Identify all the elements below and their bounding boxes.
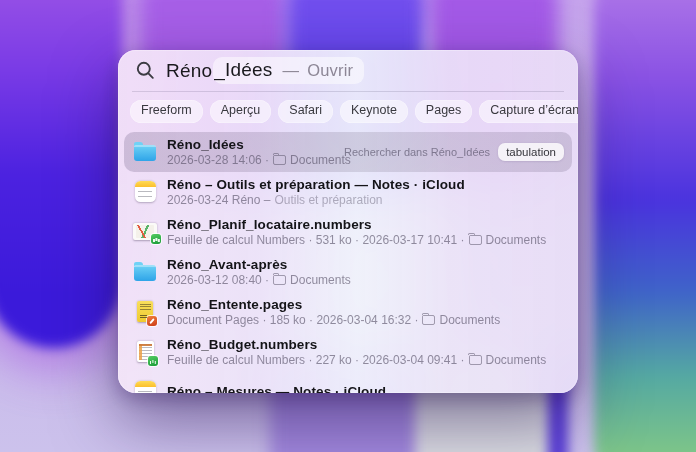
result-title: Réno – Outils et préparation — Notes · i… xyxy=(167,177,465,192)
wallpaper-shape xyxy=(0,0,122,348)
filter-chip-freeform[interactable]: Freeform xyxy=(130,100,203,123)
folder-mini-icon xyxy=(273,275,286,285)
folder-mini-icon xyxy=(422,315,435,325)
filter-chip-pages[interactable]: Pages xyxy=(415,100,472,123)
folder-mini-icon xyxy=(469,355,482,365)
tab-key-badge: tabulation xyxy=(498,143,564,161)
result-row[interactable]: Réno_Budget.numbers Feuille de calcul Nu… xyxy=(124,332,572,372)
result-subtitle: 2026-03-24 Réno – Outils et préparation xyxy=(167,193,465,207)
numbers-app-badge xyxy=(151,234,161,244)
result-row[interactable]: Réno – Mesures — Notes · iCloud xyxy=(124,372,572,393)
search-completion-pill: _Idées—Ouvrir xyxy=(213,57,364,84)
app-filter-bar: Freeform Aperçu Safari Keynote Pages Cap… xyxy=(118,92,578,130)
search-completion-text: _Idées xyxy=(214,59,272,81)
folder-mini-icon xyxy=(273,155,286,165)
filter-chip-safari[interactable]: Safari xyxy=(278,100,333,123)
desktop: Réno_Idées—Ouvrir Freeform Aperçu Safari… xyxy=(0,0,696,452)
result-title: Réno_Entente.pages xyxy=(167,297,500,312)
search-typed-text: Réno xyxy=(166,60,212,82)
search-bar[interactable]: Réno_Idées—Ouvrir xyxy=(118,50,578,91)
result-row[interactable]: Réno_Idées 2026-03-28 14:06 · Documents … xyxy=(124,132,572,172)
result-row[interactable]: Réno_Avant-après 2026-03-12 08:40 · Docu… xyxy=(124,252,572,292)
numbers-app-badge xyxy=(148,356,158,366)
result-row[interactable]: Réno_Entente.pages Document Pages · 185 … xyxy=(124,292,572,332)
search-input[interactable]: Réno_Idées—Ouvrir xyxy=(166,57,364,84)
result-subtitle: 2026-03-12 08:40 · Documents xyxy=(167,273,351,287)
numbers-file-icon xyxy=(132,339,158,364)
search-in-folder-hint: Rechercher dans Réno_Idées xyxy=(344,146,490,158)
result-subtitle: Feuille de calcul Numbers · 531 ko · 202… xyxy=(167,233,546,247)
filter-chip-apercu[interactable]: Aperçu xyxy=(210,100,272,123)
spotlight-window: Réno_Idées—Ouvrir Freeform Aperçu Safari… xyxy=(118,50,578,393)
result-subtitle: Document Pages · 185 ko · 2026-03-04 16:… xyxy=(167,313,500,327)
folder-icon xyxy=(132,259,158,284)
filter-chip-capture-decran[interactable]: Capture d’écran xyxy=(479,100,578,123)
result-subtitle: 2026-03-28 14:06 · Documents xyxy=(167,153,335,167)
result-title: Réno_Planif_locataire.numbers xyxy=(167,217,546,232)
result-row[interactable]: Réno – Outils et préparation — Notes · i… xyxy=(124,172,572,212)
filter-chip-keynote[interactable]: Keynote xyxy=(340,100,408,123)
result-title: Réno_Avant-après xyxy=(167,257,351,272)
search-icon xyxy=(136,61,155,80)
search-action-hint: —Ouvrir xyxy=(282,61,353,80)
results-list: Réno_Idées 2026-03-28 14:06 · Documents … xyxy=(118,130,578,393)
result-subtitle: Feuille de calcul Numbers · 227 ko · 202… xyxy=(167,353,546,367)
pages-app-badge xyxy=(147,316,157,326)
folder-icon xyxy=(132,139,158,164)
result-title: Réno_Budget.numbers xyxy=(167,337,546,352)
numbers-file-icon xyxy=(132,219,158,244)
wallpaper-shape xyxy=(594,0,696,452)
result-title: Réno – Mesures — Notes · iCloud xyxy=(167,384,386,393)
folder-mini-icon xyxy=(469,235,482,245)
notes-icon xyxy=(132,379,158,393)
notes-icon xyxy=(132,179,158,204)
result-row[interactable]: Réno_Planif_locataire.numbers Feuille de… xyxy=(124,212,572,252)
pages-file-icon xyxy=(132,299,158,324)
result-title: Réno_Idées xyxy=(167,137,335,152)
